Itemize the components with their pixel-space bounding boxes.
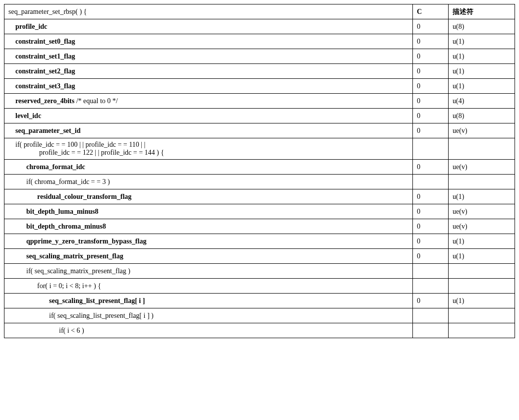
descriptor-cell: u(1): [449, 234, 515, 249]
syntax-text: constraint_set3_flag: [15, 82, 75, 90]
syntax-cell: seq_parameter_set_id: [4, 123, 413, 138]
syntax-text: for( i = 0; i < 8; i++ ) {: [37, 282, 101, 290]
table-row: constraint_set3_flag0u(1): [4, 79, 515, 94]
descriptor-cell: u(1): [449, 294, 515, 308]
table-row: if( profile_idc = = 100 | | profile_idc …: [4, 138, 515, 160]
c-cell: 0: [413, 160, 449, 175]
header-syntax: seq_parameter_set_rbsp( ) {: [4, 4, 413, 19]
syntax-text: seq_parameter_set_id: [15, 127, 80, 134]
syntax-cell: if( chroma_format_idc = = 3 ): [4, 175, 413, 189]
syntax-cell: if( seq_scaling_list_present_flag[ i ] ): [4, 308, 413, 323]
c-cell: 0: [413, 64, 449, 79]
table-row: if( seq_scaling_matrix_present_flag ): [4, 264, 515, 279]
table-row: constraint_set1_flag0u(1): [4, 49, 515, 64]
c-cell: 0: [413, 109, 449, 123]
c-cell: 0: [413, 19, 449, 34]
syntax-text: profile_idc: [15, 23, 47, 30]
c-cell: 0: [413, 123, 449, 138]
syntax-cell: chroma_format_idc: [4, 160, 413, 175]
c-cell: [413, 264, 449, 279]
syntax-cell: qpprime_y_zero_transform_bypass_flag: [4, 234, 413, 249]
syntax-text: level_idc: [15, 112, 41, 120]
descriptor-cell: [449, 138, 515, 160]
syntax-text: if( profile_idc = = 100 | | profile_idc …: [15, 141, 145, 148]
c-cell: 0: [413, 34, 449, 49]
syntax-text: reserved_zero_4bits: [15, 97, 74, 105]
c-cell: 0: [413, 94, 449, 109]
descriptor-cell: ue(v): [449, 123, 515, 138]
c-cell: [413, 138, 449, 160]
syntax-cell: if( profile_idc = = 100 | | profile_idc …: [4, 138, 413, 160]
c-cell: 0: [413, 294, 449, 308]
syntax-text: seq_scaling_matrix_present_flag: [26, 252, 123, 260]
syntax-cell: constraint_set3_flag: [4, 79, 413, 94]
table-row: chroma_format_idc0ue(v): [4, 160, 515, 175]
syntax-comment: /* equal to 0 */: [74, 97, 118, 105]
syntax-cell: residual_colour_transform_flag: [4, 189, 413, 204]
descriptor-cell: ue(v): [449, 160, 515, 175]
c-cell: 0: [413, 249, 449, 264]
syntax-cell: constraint_set0_flag: [4, 34, 413, 49]
syntax-cell: level_idc: [4, 109, 413, 123]
descriptor-cell: ue(v): [449, 219, 515, 234]
syntax-text: bit_depth_luma_minus8: [26, 208, 98, 215]
syntax-cell: if( seq_scaling_matrix_present_flag ): [4, 264, 413, 279]
syntax-text: constraint_set0_flag: [15, 38, 75, 45]
c-cell: 0: [413, 219, 449, 234]
syntax-text: seq_scaling_list_present_flag[ i ]: [49, 297, 145, 304]
c-cell: 0: [413, 49, 449, 64]
syntax-text: chroma_format_idc: [26, 163, 85, 171]
table-row: for( i = 0; i < 8; i++ ) {: [4, 279, 515, 294]
table-row: if( chroma_format_idc = = 3 ): [4, 175, 515, 189]
c-cell: [413, 323, 449, 338]
syntax-cell: if( i < 6 ): [4, 323, 413, 338]
descriptor-cell: u(1): [449, 79, 515, 94]
syntax-cell: constraint_set2_flag: [4, 64, 413, 79]
syntax-cell: bit_depth_chroma_minus8: [4, 219, 413, 234]
table-row: seq_parameter_set_id0ue(v): [4, 123, 515, 138]
syntax-cell: profile_idc: [4, 19, 413, 34]
syntax-text: qpprime_y_zero_transform_bypass_flag: [26, 238, 146, 245]
syntax-text: if( i < 6 ): [59, 327, 84, 334]
syntax-text: if( seq_scaling_matrix_present_flag ): [26, 267, 130, 275]
descriptor-cell: u(8): [449, 19, 515, 34]
syntax-text: if( seq_scaling_list_present_flag[ i ] ): [49, 312, 154, 319]
table-row: constraint_set0_flag0u(1): [4, 34, 515, 49]
descriptor-cell: u(8): [449, 109, 515, 123]
syntax-text: bit_depth_chroma_minus8: [26, 223, 106, 230]
syntax-cell: for( i = 0; i < 8; i++ ) {: [4, 279, 413, 294]
descriptor-cell: u(1): [449, 189, 515, 204]
descriptor-cell: [449, 323, 515, 338]
table-row: if( seq_scaling_list_present_flag[ i ] ): [4, 308, 515, 323]
c-cell: [413, 279, 449, 294]
syntax-cell: constraint_set1_flag: [4, 49, 413, 64]
descriptor-cell: u(1): [449, 34, 515, 49]
descriptor-cell: u(1): [449, 249, 515, 264]
descriptor-cell: [449, 264, 515, 279]
table-row: seq_scaling_matrix_present_flag0u(1): [4, 249, 515, 264]
descriptor-cell: [449, 175, 515, 189]
syntax-text: constraint_set1_flag: [15, 53, 75, 60]
syntax-cell: bit_depth_luma_minus8: [4, 204, 413, 219]
c-cell: 0: [413, 234, 449, 249]
table-row: reserved_zero_4bits /* equal to 0 */0u(4…: [4, 94, 515, 109]
syntax-table: seq_parameter_set_rbsp( ) { C 描述符 profil…: [4, 4, 515, 338]
header-c: C: [413, 4, 449, 19]
table-row: level_idc0u(8): [4, 109, 515, 123]
table-row: if( i < 6 ): [4, 323, 515, 338]
c-cell: [413, 308, 449, 323]
header-desc: 描述符: [449, 4, 515, 19]
c-cell: 0: [413, 204, 449, 219]
descriptor-cell: ue(v): [449, 204, 515, 219]
table-row: seq_scaling_list_present_flag[ i ]0u(1): [4, 294, 515, 308]
table-row: bit_depth_chroma_minus80ue(v): [4, 219, 515, 234]
table-row: profile_idc0u(8): [4, 19, 515, 34]
syntax-cell: seq_scaling_list_present_flag[ i ]: [4, 294, 413, 308]
syntax-text: constraint_set2_flag: [15, 67, 75, 75]
syntax-cell: reserved_zero_4bits /* equal to 0 */: [4, 94, 413, 109]
c-cell: 0: [413, 79, 449, 94]
table-row: bit_depth_luma_minus80ue(v): [4, 204, 515, 219]
descriptor-cell: u(4): [449, 94, 515, 109]
syntax-text: if( chroma_format_idc = = 3 ): [26, 178, 110, 185]
descriptor-cell: u(1): [449, 64, 515, 79]
